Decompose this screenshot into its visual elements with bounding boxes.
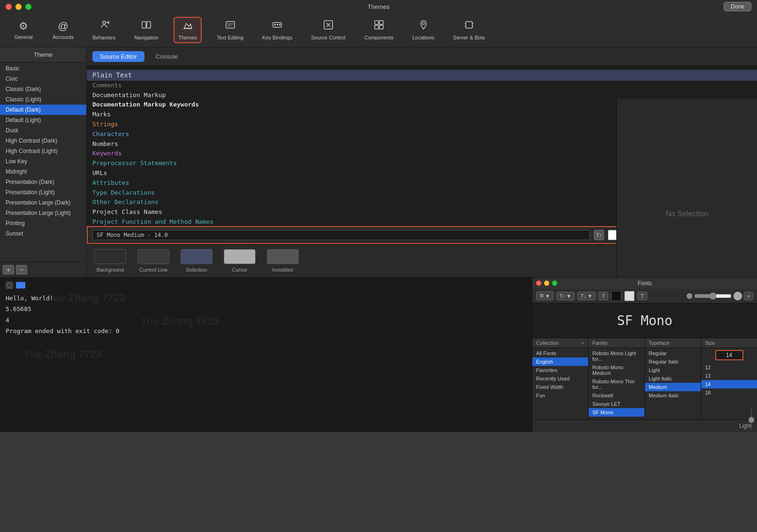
tab-source-editor[interactable]: Source Editor xyxy=(92,51,144,62)
theme-item-printing[interactable]: Printing xyxy=(0,218,86,228)
toolbar-item-source-control[interactable]: Source Control xyxy=(307,18,349,42)
fonts-size-down-button[interactable]: T↓ ▼ xyxy=(577,292,596,300)
fonts-gear-button[interactable]: ⚙ ▼ xyxy=(536,291,553,300)
cursor-swatch-box[interactable] xyxy=(224,249,256,264)
toolbar-item-navigation[interactable]: Navigation xyxy=(130,18,162,42)
tab-console[interactable]: Console xyxy=(148,51,186,62)
key-bindings-label: Key Bindings xyxy=(262,35,292,40)
collection-add-button[interactable]: + xyxy=(582,340,584,346)
size-item-18[interactable]: 18 xyxy=(701,388,757,397)
code-item-plain-text[interactable]: Plain Text xyxy=(92,71,132,79)
size-item-14[interactable]: 14 xyxy=(701,380,757,388)
swatch-invisibles: Invisibles xyxy=(267,249,299,273)
typeface-light-italic[interactable]: Light Italic xyxy=(645,374,701,383)
size-down-chevron: ▼ xyxy=(587,293,592,299)
title-bar: Themes Done xyxy=(0,0,757,13)
slider-thumb[interactable] xyxy=(749,417,754,423)
family-item-rockwell[interactable]: Rockwell xyxy=(589,391,644,400)
fonts-color-white[interactable] xyxy=(624,291,635,301)
toolbar-item-general[interactable]: ⚙ General xyxy=(9,18,38,42)
theme-sidebar-header: Theme xyxy=(0,47,86,62)
collection-item-favorites[interactable]: Favorites xyxy=(532,366,588,374)
fonts-doc-btn[interactable]: T xyxy=(637,292,647,300)
size-item-12[interactable]: 12 xyxy=(701,363,757,372)
general-icon: ⚙ xyxy=(19,20,28,32)
fonts-close-button[interactable] xyxy=(536,281,541,286)
terminal-icon-1[interactable] xyxy=(6,281,13,289)
theme-item-civic[interactable]: Civic xyxy=(0,74,86,84)
theme-item-low-key[interactable]: Low Key xyxy=(0,156,86,167)
minimize-button[interactable] xyxy=(15,4,22,10)
toolbar-item-behaviors[interactable]: Behaviors xyxy=(89,18,119,42)
toolbar-item-text-editing[interactable]: Text Editing xyxy=(213,18,247,42)
family-item-sf-mono[interactable]: SF Mono xyxy=(589,408,644,417)
navigation-icon xyxy=(141,20,151,33)
toolbar-item-themes[interactable]: Themes xyxy=(174,17,202,43)
fonts-maximize-button[interactable] xyxy=(552,281,557,286)
collection-item-all-fonts[interactable]: All Fonts xyxy=(532,349,588,357)
theme-item-presentation-dark[interactable]: Presentation (Dark) xyxy=(0,177,86,187)
typeface-list: Regular Regular Italic Light Light Itali… xyxy=(645,348,701,419)
size-input[interactable] xyxy=(715,350,743,360)
fonts-size-up-button[interactable]: T↑ ▼ xyxy=(556,292,575,300)
theme-item-classic-dark[interactable]: Classic (Dark) xyxy=(0,84,86,94)
typeface-regular-italic[interactable]: Regular Italic xyxy=(645,357,701,366)
theme-item-high-contrast-light[interactable]: High Contrast (Light) xyxy=(0,146,86,156)
collection-item-fun[interactable]: Fun xyxy=(532,391,588,400)
selection-swatch-label: Selection xyxy=(186,267,207,273)
family-item-savoye[interactable]: Savoye LET xyxy=(589,400,644,408)
fonts-slider[interactable] xyxy=(694,292,732,300)
theme-item-basic[interactable]: Basic xyxy=(0,63,86,74)
toolbar-item-server-bots[interactable]: Server & Bots xyxy=(449,18,489,42)
theme-item-dusk[interactable]: Dusk xyxy=(0,125,86,136)
theme-item-default-light[interactable]: Default (Light) xyxy=(0,115,86,125)
svg-point-0 xyxy=(103,21,106,24)
theme-item-presentation-large-light[interactable]: Presentation Large (Light) xyxy=(0,208,86,218)
code-item-comments[interactable]: Comments xyxy=(92,81,751,91)
typeface-medium[interactable]: Medium xyxy=(645,383,701,391)
collection-item-fixed-width[interactable]: Fixed Width xyxy=(532,383,588,391)
fonts-title: Fonts xyxy=(637,280,651,287)
fonts-color-black[interactable] xyxy=(611,291,621,301)
add-theme-button[interactable]: + xyxy=(3,265,14,274)
theme-item-presentation-large-dark[interactable]: Presentation Large (Dark) xyxy=(0,198,86,208)
toolbar-item-accounts[interactable]: @ Accounts xyxy=(49,18,77,42)
no-selection-text: No Selection xyxy=(666,210,708,218)
toolbar-item-components[interactable]: Components xyxy=(361,18,397,42)
theme-item-midnight[interactable]: Midnight xyxy=(0,167,86,177)
typeface-light[interactable]: Light xyxy=(645,366,701,374)
terminal-flag xyxy=(16,282,25,289)
theme-item-sunset[interactable]: Sunset xyxy=(0,228,86,239)
cursor-swatch-label: Cursor xyxy=(232,267,247,273)
selection-swatch-box[interactable] xyxy=(181,249,212,264)
fonts-text-btn[interactable]: T xyxy=(598,292,608,300)
fonts-expand-button[interactable]: » xyxy=(744,292,753,300)
maximize-button[interactable] xyxy=(25,4,31,10)
current-line-swatch-box[interactable] xyxy=(137,249,169,264)
done-button[interactable]: Done xyxy=(724,2,751,11)
font-size-icon[interactable]: T↑ xyxy=(594,230,604,240)
background-swatch-box[interactable] xyxy=(94,249,126,264)
size-slider xyxy=(749,407,754,423)
family-item-roboto-medium[interactable]: Roboto Mono Medium xyxy=(589,363,644,377)
fonts-minimize-button[interactable] xyxy=(544,281,549,286)
theme-item-default-dark[interactable]: Default (Dark) xyxy=(0,105,86,115)
theme-list: Basic Civic Classic (Dark) Classic (Ligh… xyxy=(0,62,86,262)
typeface-header-label: Typeface xyxy=(649,340,670,346)
collection-item-recently-used[interactable]: Recently Used xyxy=(532,374,588,383)
theme-item-presentation-light[interactable]: Presentation (Light) xyxy=(0,187,86,198)
invisibles-swatch-box[interactable] xyxy=(267,249,299,264)
toolbar-item-key-bindings[interactable]: Key Bindings xyxy=(258,18,296,42)
remove-theme-button[interactable]: − xyxy=(16,265,27,274)
family-item-roboto-thin[interactable]: Roboto Mono Thin for... xyxy=(589,377,644,391)
theme-item-classic-light[interactable]: Classic (Light) xyxy=(0,94,86,105)
size-item-13[interactable]: 13 xyxy=(701,372,757,380)
svg-rect-8 xyxy=(274,24,276,25)
theme-item-high-contrast-dark[interactable]: High Contrast (Dark) xyxy=(0,136,86,146)
close-button[interactable] xyxy=(6,4,12,10)
collection-item-english[interactable]: English xyxy=(532,357,588,366)
family-item-roboto-light[interactable]: Roboto Mono Light for... xyxy=(589,349,644,363)
typeface-regular[interactable]: Regular xyxy=(645,349,701,357)
toolbar-item-locations[interactable]: Locations xyxy=(409,18,438,42)
typeface-medium-italic[interactable]: Medium Italic xyxy=(645,391,701,400)
